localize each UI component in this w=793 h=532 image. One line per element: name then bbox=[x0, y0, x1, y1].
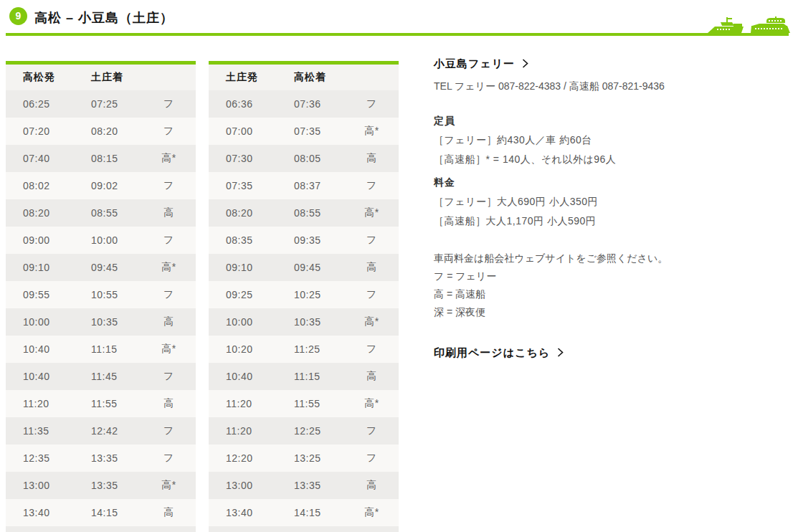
vessel-type-cell: 高* bbox=[142, 145, 196, 172]
print-page-link[interactable]: 印刷用ページはこちら bbox=[434, 346, 771, 360]
time-cell: 10:00 bbox=[74, 227, 142, 254]
time-cell: 11:35 bbox=[6, 417, 74, 445]
time-cell: 09:55 bbox=[6, 281, 74, 308]
vessel-type-cell: フ bbox=[142, 172, 196, 199]
time-cell: 07:25 bbox=[74, 90, 142, 118]
timetable-row: 07:3008:05高 bbox=[209, 145, 399, 172]
print-page-link-label: 印刷用ページはこちら bbox=[434, 346, 550, 360]
legend-ferry: フ = フェリー bbox=[434, 270, 771, 283]
vessel-type-cell: 高* bbox=[345, 390, 399, 417]
vessel-type-cell: 高* bbox=[345, 199, 399, 227]
time-cell bbox=[74, 526, 142, 532]
time-cell: 11:55 bbox=[277, 390, 345, 417]
fare-highspeed-line: ［高速船］大人1,170円 小人590円 bbox=[434, 215, 771, 228]
time-cell: 08:02 bbox=[6, 172, 74, 199]
time-cell bbox=[6, 526, 74, 532]
timetable-row: 08:2008:55高* bbox=[209, 199, 399, 227]
vessel-type-cell: フ bbox=[142, 118, 196, 145]
vessel-type-cell: フ bbox=[142, 363, 196, 390]
legend-highspeed: 高 = 高速船 bbox=[434, 288, 771, 301]
ships-illustration bbox=[706, 16, 791, 36]
time-cell: 12:20 bbox=[209, 445, 277, 472]
accent-divider bbox=[6, 33, 789, 36]
vessel-type-cell: 高 bbox=[345, 145, 399, 172]
timetable-row: 11:3512:42フ bbox=[6, 417, 196, 445]
time-cell: 13:40 bbox=[6, 499, 74, 526]
page-title: 高松 – 小豆島（土庄） bbox=[34, 9, 174, 27]
time-cell: 08:15 bbox=[74, 145, 142, 172]
time-cell: 08:20 bbox=[6, 199, 74, 227]
vessel-type-cell: 高* bbox=[142, 336, 196, 363]
legend-latenight: 深 = 深夜便 bbox=[434, 306, 771, 319]
time-cell: 11:20 bbox=[209, 417, 277, 445]
timetable-row: 09:0010:00フ bbox=[6, 227, 196, 254]
time-cell: 11:20 bbox=[209, 390, 277, 417]
time-cell: 13:35 bbox=[277, 472, 345, 499]
vessel-type-column-header bbox=[142, 63, 196, 90]
vessel-type-cell: 高 bbox=[345, 254, 399, 281]
time-cell: 10:35 bbox=[74, 308, 142, 336]
time-cell: 09:10 bbox=[6, 254, 74, 281]
time-cell: 08:35 bbox=[209, 227, 277, 254]
time-cell: 08:20 bbox=[209, 199, 277, 227]
time-cell: 08:55 bbox=[277, 199, 345, 227]
fare-heading: 料金 bbox=[434, 176, 771, 189]
depart-column-header: 高松発 bbox=[6, 63, 74, 90]
timetable-row: 12:3513:35フ bbox=[6, 445, 196, 472]
timetable-row: 10:0010:35高 bbox=[6, 308, 196, 336]
timetable-row: 13:4014:15高 bbox=[6, 499, 196, 526]
time-cell: 07:30 bbox=[209, 145, 277, 172]
time-cell: 10:40 bbox=[6, 363, 74, 390]
vessel-type-cell: 高* bbox=[142, 472, 196, 499]
timetable-row: 08:0209:02フ bbox=[6, 172, 196, 199]
timetable-row: 09:2510:25フ bbox=[209, 281, 399, 308]
timetable-row: 12:2013:25フ bbox=[209, 445, 399, 472]
time-cell: 10:55 bbox=[74, 281, 142, 308]
capacity-heading: 定員 bbox=[434, 115, 771, 128]
time-cell: 07:36 bbox=[277, 90, 345, 118]
timetable-row: 07:2008:20フ bbox=[6, 118, 196, 145]
vessel-type-cell: 高* bbox=[345, 308, 399, 336]
time-cell: 08:37 bbox=[277, 172, 345, 199]
time-cell: 08:20 bbox=[74, 118, 142, 145]
time-cell: 13:35 bbox=[74, 472, 142, 499]
time-cell: 10:35 bbox=[277, 308, 345, 336]
timetable-row: 07:4008:15高* bbox=[6, 145, 196, 172]
time-cell bbox=[209, 526, 277, 532]
ferry-icon bbox=[751, 16, 790, 33]
time-cell: 09:10 bbox=[209, 254, 277, 281]
timetable-row: 13:0013:35高 bbox=[209, 472, 399, 499]
time-cell: 12:35 bbox=[6, 445, 74, 472]
vessel-type-cell: 高* bbox=[345, 118, 399, 145]
time-cell: 07:40 bbox=[6, 145, 74, 172]
vessel-type-cell: フ bbox=[345, 445, 399, 472]
vessel-type-cell: フ bbox=[142, 445, 196, 472]
timetable-row: 10:4011:45フ bbox=[6, 363, 196, 390]
vessel-type-cell: フ bbox=[345, 90, 399, 118]
vessel-type-cell: 高* bbox=[142, 254, 196, 281]
vessel-type-cell: フ bbox=[142, 281, 196, 308]
capacity-highspeed-line: ［高速船］* = 140人、それ以外は96人 bbox=[434, 153, 771, 166]
arrive-column-header: 高松着 bbox=[277, 63, 345, 90]
timetable-row: 07:0007:35高* bbox=[209, 118, 399, 145]
time-cell: 13:40 bbox=[209, 499, 277, 526]
timetable-row: 09:1009:45高 bbox=[209, 254, 399, 281]
time-cell: 09:45 bbox=[277, 254, 345, 281]
vessel-type-cell: フ bbox=[345, 281, 399, 308]
timetable-row: 11:2011:55高* bbox=[209, 390, 399, 417]
timetable-header-row: 土庄発 高松着 bbox=[209, 63, 399, 90]
timetable-row: 10:4011:15高 bbox=[209, 363, 399, 390]
vessel-type-cell: フ bbox=[345, 172, 399, 199]
ferry-company-link[interactable]: 小豆島フェリー bbox=[434, 57, 771, 71]
telephone-numbers: TEL フェリー 087-822-4383 / 高速船 087-821-9436 bbox=[434, 80, 771, 93]
chevron-right-icon bbox=[522, 59, 528, 70]
time-cell: 10:20 bbox=[209, 336, 277, 363]
timetable-row: 07:3508:37フ bbox=[209, 172, 399, 199]
time-cell: 07:35 bbox=[209, 172, 277, 199]
fare-ferry-line: ［フェリー］大人690円 小人350円 bbox=[434, 196, 771, 209]
timetable-header-row: 高松発 土庄着 bbox=[6, 63, 196, 90]
timetable-takamatsu-to-tonosho: 高松発 土庄着 06:2507:25フ07:2008:20フ07:4008:15… bbox=[6, 61, 196, 532]
time-cell: 10:40 bbox=[6, 336, 74, 363]
notes-block: 車両料金は船会社ウェブサイトをご参照ください。 フ = フェリー 高 = 高速船… bbox=[434, 252, 771, 319]
time-cell: 07:00 bbox=[209, 118, 277, 145]
